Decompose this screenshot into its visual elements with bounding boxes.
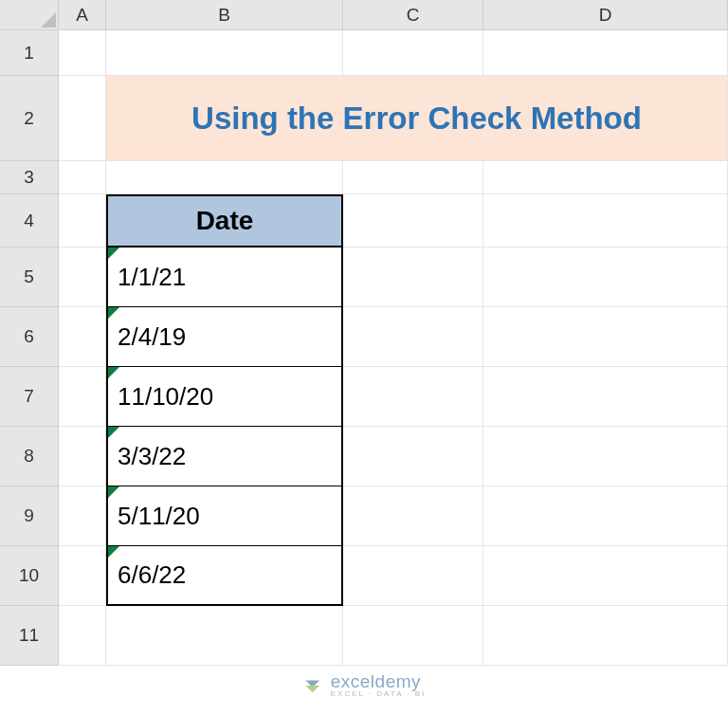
cell-A9[interactable]	[59, 486, 106, 546]
cell-value: 1/1/21	[118, 263, 186, 292]
page-title: Using the Error Check Method	[106, 76, 728, 161]
row-header-11[interactable]: 11	[0, 606, 59, 666]
cell-B11[interactable]	[106, 606, 343, 666]
cell-value: 3/3/22	[118, 442, 186, 471]
cell-C3[interactable]	[343, 161, 483, 194]
cell-D5[interactable]	[483, 248, 728, 307]
cell-value: 11/10/20	[118, 382, 213, 412]
row-header-10[interactable]: 10	[0, 546, 59, 606]
cell-D11[interactable]	[483, 606, 728, 666]
select-all-corner[interactable]	[0, 0, 59, 30]
table-row[interactable]: 2/4/19	[106, 307, 343, 367]
col-header-D[interactable]: D	[483, 0, 728, 30]
row-header-9[interactable]: 9	[0, 486, 59, 546]
row-header-8[interactable]: 8	[0, 427, 59, 486]
cell-value: 2/4/19	[118, 322, 186, 352]
error-indicator-icon[interactable]	[108, 248, 119, 259]
row-header-6[interactable]: 6	[0, 307, 59, 367]
watermark-tagline: EXCEL · DATA · BI	[331, 690, 427, 698]
cell-C9[interactable]	[343, 486, 483, 546]
row-header-3[interactable]: 3	[0, 161, 59, 194]
row-header-4[interactable]: 4	[0, 194, 59, 248]
cell-A3[interactable]	[59, 161, 106, 194]
cell-A11[interactable]	[59, 606, 106, 666]
error-indicator-icon[interactable]	[108, 307, 119, 319]
row-header-5[interactable]: 5	[0, 248, 59, 307]
table-row[interactable]: 11/10/20	[106, 367, 343, 427]
error-indicator-icon[interactable]	[108, 546, 119, 558]
error-indicator-icon[interactable]	[108, 367, 119, 378]
cell-A2[interactable]	[59, 76, 106, 161]
cell-D9[interactable]	[483, 486, 728, 546]
table-header-date[interactable]: Date	[106, 194, 343, 248]
cell-A10[interactable]	[59, 546, 106, 606]
cell-D7[interactable]	[483, 367, 728, 427]
cell-A4[interactable]	[59, 194, 106, 248]
row-header-2[interactable]: 2	[0, 76, 59, 161]
cell-C5[interactable]	[343, 248, 483, 307]
cell-C11[interactable]	[343, 606, 483, 666]
table-row[interactable]: 3/3/22	[106, 427, 343, 486]
cell-C10[interactable]	[343, 546, 483, 606]
cell-A1[interactable]	[59, 30, 106, 76]
cell-D10[interactable]	[483, 546, 728, 606]
exceldemy-logo-icon	[302, 675, 323, 696]
table-row[interactable]: 6/6/22	[106, 546, 343, 606]
watermark-brand: exceldemy	[331, 672, 427, 690]
error-indicator-icon[interactable]	[108, 427, 119, 438]
cell-A6[interactable]	[59, 307, 106, 367]
watermark: exceldemy EXCEL · DATA · BI	[302, 672, 427, 698]
error-indicator-icon[interactable]	[108, 486, 119, 498]
col-header-A[interactable]: A	[59, 0, 106, 30]
svg-marker-2	[305, 686, 319, 692]
row-header-1[interactable]: 1	[0, 30, 59, 76]
cell-D6[interactable]	[483, 307, 728, 367]
cell-D1[interactable]	[483, 30, 728, 76]
cell-A8[interactable]	[59, 427, 106, 486]
cell-C1[interactable]	[343, 30, 483, 76]
cell-D3[interactable]	[483, 161, 728, 194]
cell-D4[interactable]	[483, 194, 728, 248]
spreadsheet-grid: A B C D 1 2 Using the Error Check Method…	[0, 0, 728, 666]
col-header-B[interactable]: B	[106, 0, 343, 30]
cell-C8[interactable]	[343, 427, 483, 486]
table-row[interactable]: 1/1/21	[106, 248, 343, 307]
svg-marker-0	[41, 12, 56, 28]
cell-B3[interactable]	[106, 161, 343, 194]
cell-B1[interactable]	[106, 30, 343, 76]
cell-D8[interactable]	[483, 427, 728, 486]
row-header-7[interactable]: 7	[0, 367, 59, 427]
cell-A7[interactable]	[59, 367, 106, 427]
cell-C4[interactable]	[343, 194, 483, 248]
col-header-C[interactable]: C	[343, 0, 483, 30]
cell-C6[interactable]	[343, 307, 483, 367]
cell-value: 6/6/22	[118, 560, 186, 590]
cell-C7[interactable]	[343, 367, 483, 427]
table-row[interactable]: 5/11/20	[106, 486, 343, 546]
cell-value: 5/11/20	[118, 502, 200, 531]
cell-A5[interactable]	[59, 248, 106, 307]
